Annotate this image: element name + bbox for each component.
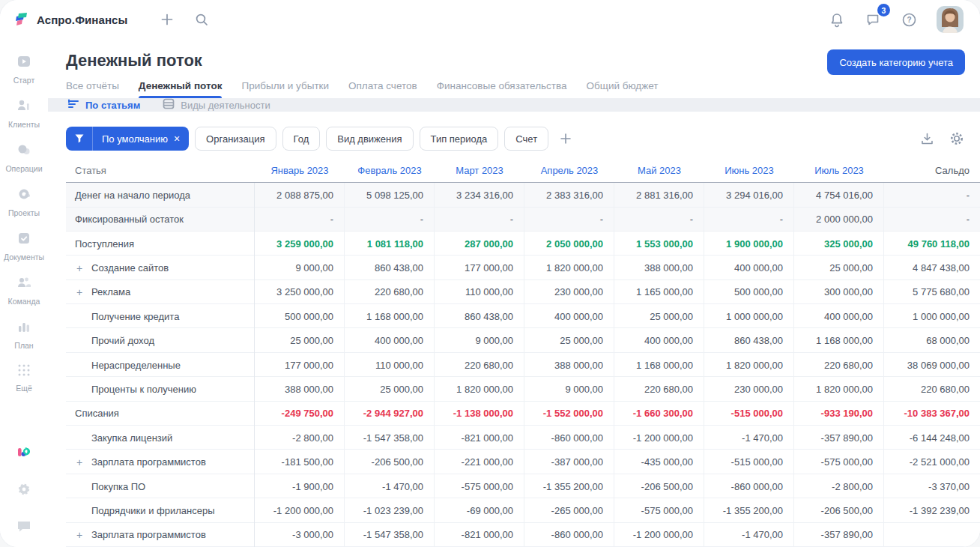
sidebar-item-label: Проекты	[8, 208, 40, 217]
row-label: Покупка ПО	[91, 481, 145, 492]
row-label: Зарплата программистов	[91, 456, 206, 468]
table-row[interactable]: +Создание сайтов9 000,00860 438,00177 00…	[66, 256, 980, 279]
value-cell: -1 470,00	[704, 523, 794, 547]
clear-filter-icon[interactable]: ×	[172, 133, 189, 145]
table-row[interactable]: Получение кредита500 000,001 168 000,008…	[66, 304, 980, 328]
tab-1[interactable]: Денежный поток	[139, 80, 223, 98]
value-cell: -933 190,00	[794, 402, 884, 426]
table-row[interactable]: Закупка лицензий-2 800,00-1 547 358,00-8…	[66, 426, 980, 450]
app-logo[interactable]: Аспро.Финансы	[13, 11, 127, 28]
add-button[interactable]	[154, 7, 180, 32]
expand-plus-icon[interactable]: +	[75, 262, 84, 274]
tab-5[interactable]: Общий бюджет	[587, 80, 659, 98]
value-cell: -1 355 200,00	[524, 474, 614, 498]
plus-icon	[160, 12, 175, 27]
sidebar-item-operations[interactable]: Операции	[0, 135, 48, 179]
sidebar-item-label: Ещё	[16, 384, 31, 393]
value-cell: -2 944 927,00	[345, 402, 435, 426]
column-header-month-6[interactable]: Июнь 2023	[704, 165, 794, 176]
value-cell: -265 000,00	[524, 498, 614, 522]
sidebar-item-documents[interactable]: Документы	[0, 223, 48, 268]
filter-chip-2[interactable]: Вид движения	[326, 127, 413, 151]
value-cell: 388 000,00	[524, 353, 614, 377]
notifications-button[interactable]	[824, 7, 850, 32]
aspro-mark-button[interactable]	[14, 442, 34, 462]
value-cell: -206 500,00	[794, 498, 884, 522]
table-row[interactable]: +Зарплата программистов-3 000,00-1 547 3…	[66, 523, 980, 547]
table-row[interactable]: Денег на начало периода2 088 875,005 098…	[66, 183, 980, 207]
value-cell: 400 000,00	[345, 328, 435, 352]
tab-3[interactable]: Оплата счетов	[348, 80, 417, 98]
table-row[interactable]: Поступления3 259 000,001 081 118,00287 0…	[66, 232, 980, 256]
add-filter-button[interactable]	[554, 127, 577, 151]
messages-button[interactable]: 3	[860, 7, 886, 32]
filter-chip-4[interactable]: Счет	[504, 127, 548, 151]
sidebar-item-clients[interactable]: Клиенты	[0, 91, 48, 135]
messages-badge: 3	[877, 4, 890, 16]
search-button[interactable]	[189, 7, 214, 32]
value-cell: -387 000,00	[524, 450, 614, 474]
table-row[interactable]: Покупка ПО-1 900,00-1 470,00-575 000,00-…	[66, 474, 980, 498]
table-row[interactable]: Проценты к получению388 000,0025 000,001…	[66, 377, 980, 401]
page-title: Денежный поток	[66, 49, 202, 73]
table-row[interactable]: Подрядчики и фрилансеры-1 200 000,00-1 0…	[66, 498, 980, 522]
column-header-month-4[interactable]: Апрель 2023	[524, 165, 614, 176]
tab-2[interactable]: Прибыли и убытки	[241, 80, 329, 98]
active-filter-chip[interactable]: По умолчанию ×	[66, 127, 189, 151]
table-row[interactable]: Прочий доход25 000,00400 000,009 000,002…	[66, 328, 980, 352]
tab-4[interactable]: Финансовые обязательства	[437, 80, 567, 98]
table-row[interactable]: +Реклама3 250 000,00220 680,00110 000,00…	[66, 280, 980, 304]
stack-icon	[163, 98, 175, 112]
table-settings-button[interactable]	[949, 130, 965, 147]
expand-plus-icon[interactable]: +	[75, 456, 84, 468]
view-activity-types[interactable]: Виды деятельности	[163, 98, 270, 112]
row-label-cell: Проценты к получению	[66, 377, 255, 401]
saldo-cell: -	[884, 208, 980, 232]
table-row[interactable]: +Зарплата программистов-181 500,00-206 5…	[66, 450, 980, 474]
column-header-month-3[interactable]: Март 2023	[435, 165, 524, 176]
settings-button[interactable]	[14, 480, 34, 499]
create-category-button[interactable]: Создать категорию учета	[827, 49, 965, 75]
value-cell: -69 000,00	[435, 498, 524, 522]
value-cell: -1 200 000,00	[614, 523, 704, 547]
value-cell: 1 900 000,00	[704, 232, 794, 256]
column-header-month-7[interactable]: Июль 2023	[794, 165, 884, 176]
saldo-cell: -1 392 239,00	[884, 498, 980, 522]
value-cell: 177 000,00	[435, 256, 524, 279]
support-chat-button[interactable]	[14, 517, 34, 537]
value-cell: -3 000,00	[255, 523, 345, 547]
filter-chip-3[interactable]: Тип периода	[420, 127, 499, 151]
value-cell: -206 500,00	[345, 450, 435, 474]
export-button[interactable]	[919, 130, 935, 147]
expand-plus-icon[interactable]: +	[75, 529, 84, 541]
sidebar-item-start[interactable]: Старт	[0, 46, 48, 91]
saldo-cell: -10 383 367,00	[884, 402, 980, 426]
view-switcher: По статьям Виды деятельности	[48, 98, 980, 112]
sidebar-item-projects[interactable]: Проекты	[0, 179, 48, 223]
table-row[interactable]: Нераспределенные177 000,00110 000,00220 …	[66, 353, 980, 377]
row-label-cell: Закупка лицензий	[66, 426, 255, 450]
row-label-cell: +Зарплата программистов	[66, 450, 255, 474]
column-header-month-1[interactable]: Январь 2023	[255, 165, 345, 176]
user-avatar[interactable]	[937, 6, 964, 33]
table-row[interactable]: Фиксированный остаток------2 000 000,00-	[66, 208, 980, 232]
value-cell: -	[435, 208, 524, 232]
sidebar-item-plan[interactable]: План	[0, 312, 48, 356]
tab-0[interactable]: Все отчёты	[66, 80, 119, 98]
expand-plus-icon[interactable]: +	[75, 286, 84, 298]
filter-chip-0[interactable]: Организация	[195, 127, 276, 151]
sidebar-item-more[interactable]: Ещё	[0, 356, 48, 399]
sidebar-item-team[interactable]: Команда	[0, 268, 48, 312]
value-cell: -1 138 000,00	[435, 402, 524, 426]
table-row[interactable]: Списания-249 750,00-2 944 927,00-1 138 0…	[66, 402, 980, 426]
main-area: Денежный поток Создать категорию учета В…	[48, 39, 980, 547]
value-cell: 3 259 000,00	[255, 232, 345, 256]
value-cell: -2 800,00	[794, 474, 884, 498]
view-by-articles[interactable]: По статьям	[67, 99, 140, 112]
help-button[interactable]: ?	[896, 7, 922, 32]
cashflow-table: СтатьяЯнварь 2023Февраль 2023Март 2023Ап…	[66, 158, 980, 547]
value-cell: -206 500,00	[614, 474, 704, 498]
filter-chip-1[interactable]: Год	[282, 127, 321, 151]
column-header-month-5[interactable]: Май 2023	[614, 165, 704, 176]
column-header-month-2[interactable]: Февраль 2023	[345, 165, 435, 176]
